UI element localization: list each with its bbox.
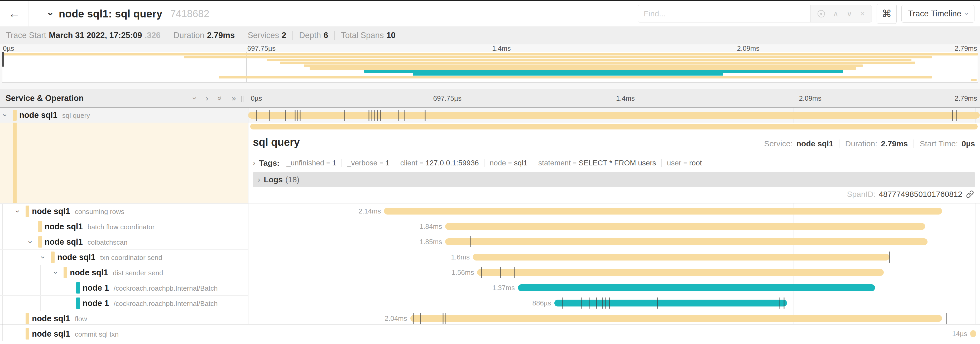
span-row[interactable]: ›node sql1colbatchscan1.85ms <box>0 234 980 250</box>
service-color-strip <box>51 251 54 263</box>
minimap-drag-handle[interactable] <box>2 52 4 67</box>
find-input[interactable] <box>638 5 810 22</box>
span-row-timeline-cell[interactable]: 14µs <box>250 326 978 341</box>
tag-key: statement <box>538 159 571 167</box>
span-row[interactable]: ›node sql1consuming rows2.14ms <box>0 203 980 219</box>
service-operation-title: Service & Operation <box>6 94 84 103</box>
span-row[interactable]: ›node sql1dist sender send1.56ms <box>0 265 980 280</box>
tree-guide-line <box>2 204 3 219</box>
chevron-down-icon[interactable]: › <box>27 241 35 243</box>
chevron-down-icon[interactable]: › <box>14 210 22 213</box>
span-row-timeline-cell[interactable] <box>248 108 980 123</box>
chevron-down-icon[interactable]: › <box>39 256 47 259</box>
panel-divider[interactable] <box>248 108 248 324</box>
duration-value: 2.79ms <box>207 30 235 40</box>
trace-minimap[interactable] <box>2 52 978 82</box>
minimap-span-bar <box>304 64 863 67</box>
span-row-timeline-cell[interactable]: 1.37ms <box>250 280 978 295</box>
tags-label: Tags: <box>259 158 280 168</box>
tree-guide-line <box>40 280 41 295</box>
column-resizer-handle[interactable] <box>241 96 243 102</box>
span-bar[interactable] <box>410 315 942 322</box>
span-row-tree-cell[interactable]: ›node sql1sql query <box>0 108 248 123</box>
locate-icon[interactable] <box>818 10 825 18</box>
tag-equals: = <box>573 159 576 167</box>
collapse-all-icon[interactable]: » <box>215 96 224 101</box>
span-bar[interactable] <box>473 254 889 261</box>
span-operation-name: colbatchscan <box>88 238 128 246</box>
view-selector-button[interactable]: Trace Timeline › <box>901 5 974 23</box>
timeline-tick-label: 0µs <box>3 45 14 53</box>
back-button[interactable]: ← <box>0 1 29 26</box>
divider <box>167 31 167 40</box>
span-row-tree-cell[interactable]: node 1/cockroach.roachpb.Internal/Batch <box>0 295 248 311</box>
span-row-timeline-cell[interactable]: 1.85ms <box>250 234 978 250</box>
span-bar[interactable] <box>477 269 884 276</box>
expand-all-icon[interactable]: » <box>232 94 236 103</box>
span-row[interactable]: node 1/cockroach.roachpb.Internal/Batch1… <box>0 280 980 295</box>
span-row[interactable]: node sql1commit sql txn14µs <box>0 326 980 341</box>
log-marker <box>605 298 606 309</box>
link-icon[interactable] <box>966 190 974 199</box>
minimap-row <box>2 67 978 70</box>
span-duration-label: 2.14ms <box>358 207 384 215</box>
collapse-trace-chevron-icon[interactable]: › <box>45 12 56 16</box>
span-row-tree-cell[interactable]: ›node sql1colbatchscan <box>0 234 248 250</box>
span-row-tree-cell[interactable]: node sql1batch flow coordinator <box>0 219 248 234</box>
span-bar[interactable] <box>970 330 976 337</box>
span-rows-area: ›node sql1sql query sql query Service: <box>0 108 980 326</box>
logs-accordion[interactable]: › Logs (18) <box>253 172 975 187</box>
span-row-timeline-cell[interactable]: 1.6ms <box>250 250 978 265</box>
span-row-timeline-cell[interactable]: 1.84ms <box>250 219 978 234</box>
minimap-span-bar <box>2 53 978 56</box>
span-bar[interactable] <box>250 124 978 130</box>
find-clear-icon[interactable]: × <box>860 10 865 18</box>
span-bar[interactable] <box>248 112 980 118</box>
span-row-tree-cell[interactable]: ›node sql1dist sender send <box>0 265 248 280</box>
tree-guide-line <box>2 326 3 341</box>
detail-span-title: sql query <box>253 136 300 148</box>
log-marker <box>294 110 295 121</box>
tag-key: node <box>490 159 506 167</box>
span-bar[interactable] <box>384 208 942 214</box>
chevron-down-icon[interactable]: › <box>52 271 60 274</box>
span-bar[interactable] <box>518 284 875 291</box>
tags-accordion[interactable]: › Tags: _unfinished=1_verbose=1client=12… <box>253 158 975 168</box>
span-operation-name: flow <box>75 315 87 323</box>
span-row-timeline-cell[interactable]: 886µs <box>250 295 978 311</box>
log-marker <box>377 110 378 121</box>
chevron-right-icon[interactable]: › <box>253 159 255 167</box>
minimap-row <box>2 76 978 78</box>
span-row[interactable]: ›node sql1txn coordinator send1.6ms <box>0 250 980 265</box>
find-prev-icon[interactable]: ∧ <box>833 10 838 18</box>
timeline-tick-label: 697.75µs <box>247 45 276 53</box>
span-bar[interactable] <box>445 223 925 230</box>
span-row-tree-cell[interactable]: node 1/cockroach.roachpb.Internal/Batch <box>0 280 248 295</box>
span-row[interactable]: node sql1batch flow coordinator1.84ms <box>0 219 980 234</box>
tag-item: client=127.0.0.1:59936 <box>400 159 479 167</box>
find-box: ∧ ∨ × <box>638 5 872 22</box>
chevron-right-icon: › <box>258 176 260 184</box>
chevron-down-icon[interactable]: › <box>1 114 9 117</box>
span-bar[interactable] <box>445 238 928 245</box>
find-next-icon[interactable]: ∨ <box>846 10 852 18</box>
span-row-timeline-cell[interactable]: 2.14ms <box>250 203 978 219</box>
span-row[interactable]: node 1/cockroach.roachpb.Internal/Batch8… <box>0 295 980 311</box>
span-service-name: node sql1 <box>32 206 70 216</box>
span-row-tree-cell[interactable]: ›node sql1txn coordinator send <box>0 250 248 265</box>
log-marker <box>425 110 426 121</box>
divider <box>913 139 914 148</box>
span-row-timeline-cell[interactable]: 1.56ms <box>250 265 978 280</box>
keyboard-shortcuts-button[interactable]: ⌘ <box>877 4 897 24</box>
span-row-tree-cell[interactable]: node sql1commit sql txn <box>0 326 248 341</box>
service-operation-header: Service & Operation › › » » <box>0 89 248 107</box>
collapse-one-icon[interactable]: › <box>191 97 199 99</box>
spanid-label: SpanID: <box>847 190 875 199</box>
span-row-tree-cell[interactable]: ›node sql1consuming rows <box>0 203 248 219</box>
service-color-strip <box>64 267 67 278</box>
expand-one-icon[interactable]: › <box>206 94 208 103</box>
span-row[interactable]: ›node sql1sql query <box>0 108 980 123</box>
span-operation-name: /cockroach.roachpb.Internal/Batch <box>114 284 218 292</box>
tree-guide-line <box>2 296 3 311</box>
log-marker <box>596 298 597 309</box>
